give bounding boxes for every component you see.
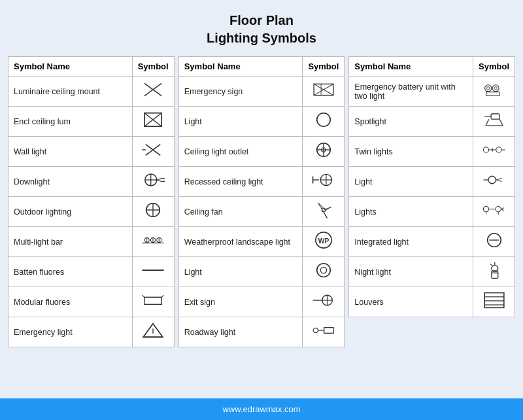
symbol-icon <box>473 257 515 287</box>
symbol-icon <box>473 107 515 137</box>
table-row: Encl ceiling lum <box>8 107 175 137</box>
symbol-icon <box>303 77 345 107</box>
table-row: Modular fluores <box>8 287 175 317</box>
svg-line-67 <box>485 119 488 126</box>
svg-point-57 <box>313 328 318 332</box>
svg-line-68 <box>499 119 503 126</box>
symbol-name: Emergency light <box>8 317 133 347</box>
svg-point-84 <box>496 206 501 211</box>
symbol-icon <box>473 227 515 257</box>
svg-line-11 <box>157 179 161 180</box>
page-wrapper: Floor Plan Lighting Symbols Symbol Name … <box>0 0 523 392</box>
table-row: Night light <box>349 257 515 287</box>
symbol-icon <box>473 77 515 107</box>
table-row: Emergency light <box>8 317 175 347</box>
symbol-name: Louvers <box>349 287 473 317</box>
table-row: Louvers <box>349 287 515 317</box>
symbol-icon <box>303 257 345 287</box>
svg-rect-59 <box>324 328 333 334</box>
symbol-icon <box>473 167 515 197</box>
symbol-icon <box>303 107 345 137</box>
symbol-icon: WP <box>303 227 345 257</box>
table-row: Multi-light bar <box>8 227 175 257</box>
t2-header-sym: Symbol <box>303 57 345 77</box>
symbol-name: Wall light <box>8 137 133 167</box>
symbol-name: Emergency sign <box>178 77 303 107</box>
table1: Symbol Name Symbol Luminaire ceiling mou… <box>8 56 175 347</box>
symbol-name: Downlight <box>8 167 133 197</box>
svg-line-86 <box>501 208 504 209</box>
symbol-name: Integrated light <box>349 227 473 257</box>
symbol-name: Weatherproof landscape light <box>178 227 303 257</box>
symbol-name: Light <box>178 257 303 287</box>
t3-header-sym: Symbol <box>473 57 515 77</box>
symbol-icon <box>132 227 174 257</box>
svg-line-80 <box>496 180 501 181</box>
table-row: Lights <box>349 197 515 227</box>
table2: Symbol Name Symbol Emergency sign Light … <box>178 56 345 347</box>
symbol-name: Light <box>349 167 473 197</box>
symbol-name: Roadway light <box>178 317 303 347</box>
symbol-icon <box>132 257 174 287</box>
table-row: Wall light <box>8 137 175 167</box>
table-row: Ceiling light outlet <box>178 137 345 167</box>
symbol-icon <box>132 77 174 107</box>
symbol-name: Twin lights <box>349 137 473 167</box>
symbol-icon <box>473 197 515 227</box>
t1-header-sym: Symbol <box>132 57 174 77</box>
svg-rect-66 <box>491 114 499 119</box>
table-row: Weatherproof landscape light WP <box>178 227 345 257</box>
t2-header-name: Symbol Name <box>178 57 303 77</box>
footer-bar: www.edrawmax.com <box>0 398 523 420</box>
symbol-icon <box>303 197 345 227</box>
svg-point-75 <box>496 147 501 152</box>
table-row: Emergency battery unit with two light <box>349 77 515 107</box>
page-title: Floor Plan Lighting Symbols <box>8 12 515 47</box>
symbol-icon <box>473 287 515 317</box>
svg-point-81 <box>483 206 488 211</box>
svg-rect-26 <box>144 297 162 304</box>
table-row: Batten fluores <box>8 257 175 287</box>
svg-line-79 <box>496 179 501 180</box>
table-row: Roadway light <box>178 317 345 347</box>
svg-line-12 <box>157 180 161 181</box>
svg-point-63 <box>494 87 497 90</box>
tables-row: Symbol Name Symbol Luminaire ceiling mou… <box>8 56 515 347</box>
svg-point-61 <box>486 87 489 90</box>
t3-header-name: Symbol Name <box>349 57 473 77</box>
symbol-icon <box>303 167 345 197</box>
svg-point-62 <box>492 85 499 92</box>
symbol-name: Emergency battery unit with two light <box>349 77 473 107</box>
symbol-icon <box>132 317 174 347</box>
symbol-icon <box>132 107 174 137</box>
svg-rect-64 <box>486 92 499 96</box>
svg-line-87 <box>501 209 504 211</box>
table-row: Light <box>349 167 515 197</box>
table-row: Recessed ceiling light <box>178 167 345 197</box>
svg-text:WP: WP <box>318 237 329 245</box>
svg-point-51 <box>317 264 331 277</box>
table-row: Twin lights <box>349 137 515 167</box>
symbol-name: Exit sign <box>178 287 303 317</box>
symbol-name: Outdoor lighting <box>8 197 133 227</box>
symbol-icon <box>303 287 345 317</box>
footer-text: www.edrawmax.com <box>222 404 300 414</box>
svg-point-60 <box>484 85 491 92</box>
table-row: Light <box>178 107 345 137</box>
table-row: Integrated light <box>349 227 515 257</box>
t1-header-name: Symbol Name <box>8 57 133 77</box>
symbol-name: Luminaire ceiling mount <box>8 77 133 107</box>
svg-line-28 <box>161 295 163 297</box>
svg-point-78 <box>488 176 496 183</box>
symbol-icon <box>473 137 515 167</box>
symbol-name: Batten fluores <box>8 257 133 287</box>
symbol-name: Ceiling fan <box>178 197 303 227</box>
symbol-name: Recessed ceiling light <box>178 167 303 197</box>
symbol-name: Ceiling light outlet <box>178 137 303 167</box>
table-row: Emergency sign <box>178 77 345 107</box>
table-row: Outdoor lighting <box>8 197 175 227</box>
table3: Symbol Name Symbol Emergency battery uni… <box>348 56 515 317</box>
table-row: Spotlight <box>349 107 515 137</box>
svg-point-52 <box>320 267 326 273</box>
symbol-icon <box>132 167 174 197</box>
